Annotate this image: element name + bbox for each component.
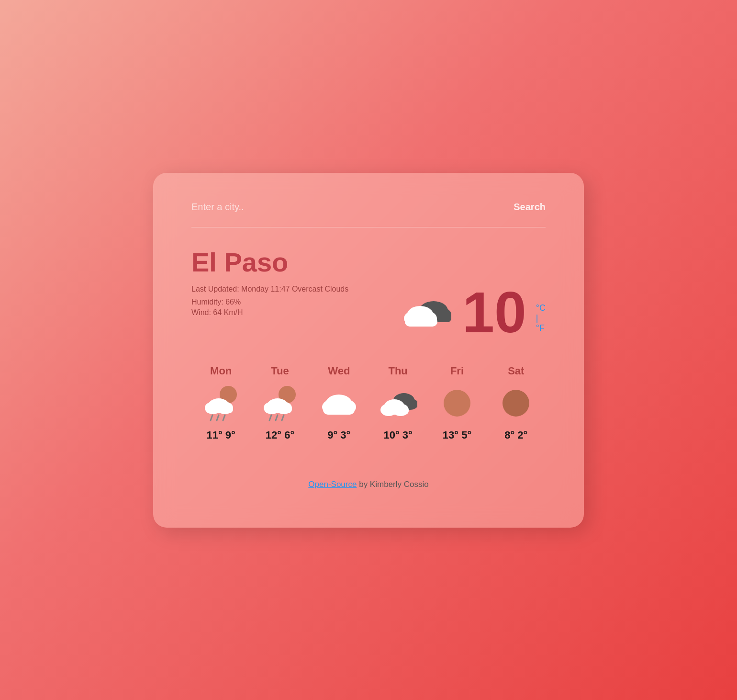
svg-line-21: [276, 415, 278, 420]
svg-point-34: [444, 390, 470, 417]
weather-details: Last Updated: Monday 11:47 Overcast Clou…: [191, 283, 400, 317]
wind: Wind: 64 Km/H: [191, 308, 400, 317]
forecast-temps-mon: 11° 9°: [206, 429, 235, 441]
forecast-icon-sat: [497, 384, 535, 422]
day-label-thu: Thu: [388, 365, 407, 377]
fahrenheit-button[interactable]: °F: [536, 323, 546, 333]
svg-rect-6: [405, 317, 437, 327]
divider: [191, 227, 546, 227]
unit-toggle: °C | °F: [536, 303, 546, 341]
svg-rect-11: [206, 406, 233, 413]
celsius-button[interactable]: °C: [536, 303, 546, 313]
svg-line-20: [269, 415, 271, 420]
temperature: 10: [462, 283, 526, 341]
unit-separator: |: [536, 313, 546, 323]
forecast-icon-mon: [202, 384, 240, 422]
svg-rect-19: [265, 406, 292, 413]
day-label-wed: Wed: [328, 365, 350, 377]
forecast-day-sat: Sat 8° 2°: [487, 365, 546, 441]
forecast-icon-wed: [320, 384, 358, 422]
forecast-temps-wed: 9° 3°: [327, 429, 350, 441]
day-label-tue: Tue: [271, 365, 289, 377]
day-label-sat: Sat: [508, 365, 524, 377]
svg-point-35: [502, 390, 529, 417]
forecast-day-mon: Mon 11° 9°: [191, 365, 250, 441]
forecast-icon-tue: [261, 384, 299, 422]
day-label-mon: Mon: [210, 365, 232, 377]
search-button[interactable]: Search: [514, 202, 546, 213]
forecast-temps-tue: 12° 6°: [266, 429, 294, 441]
svg-line-22: [282, 415, 284, 420]
forecast-icon-fri: [438, 384, 476, 422]
weather-card: Search El Paso Last Updated: Monday 11:4…: [153, 173, 584, 528]
humidity: Humidity: 66%: [191, 298, 400, 306]
svg-rect-33: [381, 407, 409, 415]
forecast-day-thu: Thu 10° 3°: [368, 365, 427, 441]
forecast-temps-fri: 13° 5°: [443, 429, 471, 441]
footer-suffix: by Kimberly Cossio: [357, 480, 428, 489]
forecast-day-tue: Tue 12° 6°: [250, 365, 309, 441]
main-weather-icon: [400, 291, 453, 334]
svg-line-13: [217, 415, 219, 420]
day-label-fri: Fri: [450, 365, 464, 377]
svg-line-14: [223, 415, 225, 420]
forecast-icon-thu: [379, 384, 417, 422]
search-input[interactable]: [191, 202, 514, 213]
current-weather-row: Last Updated: Monday 11:47 Overcast Clou…: [191, 283, 546, 341]
svg-rect-26: [323, 405, 355, 415]
forecast-row: Mon 11° 9° Tue: [191, 365, 546, 441]
search-row: Search: [191, 202, 546, 213]
last-updated: Last Updated: Monday 11:47 Overcast Clou…: [191, 283, 400, 295]
temp-display: 10 °C | °F: [400, 283, 546, 341]
forecast-temps-thu: 10° 3°: [383, 429, 412, 441]
svg-line-12: [211, 415, 212, 420]
footer: Open-Source by Kimberly Cossio: [191, 480, 546, 489]
forecast-temps-sat: 8° 2°: [504, 429, 527, 441]
city-name: El Paso: [191, 247, 546, 278]
forecast-day-fri: Fri 13° 5°: [427, 365, 486, 441]
forecast-day-wed: Wed 9° 3°: [310, 365, 368, 441]
open-source-link[interactable]: Open-Source: [308, 480, 357, 489]
